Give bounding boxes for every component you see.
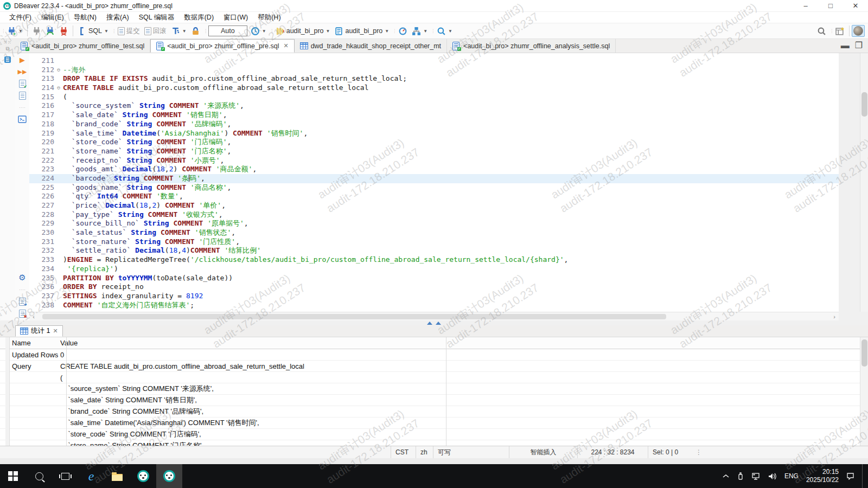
usb-device-icon[interactable]: [737, 472, 744, 480]
code-line-235[interactable]: 235PARTITION BY toYYYYMM(toDate(sale_dat…: [29, 274, 839, 283]
disconnect-button[interactable]: [57, 24, 71, 37]
code-line-221[interactable]: 221 `store_name` String COMMENT '门店名称',: [29, 147, 839, 156]
fold-marker-icon[interactable]: ⊖: [54, 84, 63, 93]
code-line-237[interactable]: 237SETTINGS index_granularity = 8192: [29, 292, 839, 301]
volume-icon[interactable]: [768, 473, 777, 480]
menu-item-7[interactable]: 帮助(H): [253, 12, 285, 23]
transaction-mode-button[interactable]: ▼: [169, 24, 189, 37]
editor-vscroll-thumb[interactable]: [861, 92, 867, 117]
result-row-5[interactable]: `brand_code` String COMMENT '品牌编码',: [0, 406, 860, 418]
search-button[interactable]: ▼: [435, 24, 455, 37]
minimize-panel-button[interactable]: ▬: [841, 41, 850, 50]
code-line-217[interactable]: 217 `sale_date` String COMMENT '销售日期',: [29, 111, 839, 120]
history-button[interactable]: ▼: [248, 24, 269, 37]
editor-vertical-scrollbar[interactable]: [860, 53, 868, 312]
code-line-227[interactable]: 227 `price` Decimal(18,2) COMMENT '单价',: [29, 201, 839, 210]
auto-commit-combo[interactable]: Auto: [208, 25, 247, 36]
menu-item-0[interactable]: 文件(F): [4, 12, 36, 23]
editor-horizontal-scrollbar[interactable]: ‹ ›: [29, 312, 839, 320]
code-line-234[interactable]: 234 '{replica}'): [29, 265, 839, 274]
code-line-228[interactable]: 228 `pay_type` String COMMENT '收银方式',: [29, 210, 839, 220]
code-line-231[interactable]: 231 `store_nature` String COMMENT '门店性质'…: [29, 237, 839, 247]
clear-file-button[interactable]: ✖: [16, 308, 28, 319]
dbeaver-taskbar-button-active[interactable]: [156, 464, 182, 488]
reconnect-button[interactable]: [43, 24, 57, 37]
quick-search-button[interactable]: [815, 24, 828, 37]
result-row-0[interactable]: Updated Rows0: [0, 349, 860, 361]
code-line-219[interactable]: 219 `sale_time` Datetime('Asia/Shanghai'…: [29, 129, 839, 138]
code-line-225[interactable]: 225 `goods_name` String COMMENT '商品名称',: [29, 183, 839, 192]
script-file-icon[interactable]: [16, 90, 28, 101]
taskbar-clock[interactable]: 20:15 2025/10/22: [806, 468, 839, 484]
input-language[interactable]: ENG: [784, 472, 799, 480]
close-tab-icon[interactable]: ✕: [53, 328, 58, 335]
lock-button[interactable]: [189, 24, 202, 37]
network-button[interactable]: ▼: [410, 24, 430, 37]
editor-tab-1[interactable]: ✔<audit_bi_pro> zhumr_offline_pre.sql✕: [150, 39, 294, 53]
sql-file-icon[interactable]: ✔: [16, 78, 28, 89]
editor-tab-3[interactable]: ✔<audit_bi_pro> zhumr_offline_analysis_s…: [447, 39, 616, 53]
results-vscroll-thumb[interactable]: [861, 339, 867, 367]
internet-explorer-button[interactable]: e: [78, 464, 104, 488]
scroll-left-arrow[interactable]: ‹: [29, 313, 38, 320]
code-line-223[interactable]: 223 `goods_amt` Decimal(18,2) COMMENT '商…: [29, 165, 839, 174]
settings-gear-icon[interactable]: ⚙: [16, 272, 28, 283]
code-line-229[interactable]: 229 `source_bill_no` String COMMENT '原单据…: [29, 219, 839, 228]
show-desktop-button[interactable]: [862, 464, 865, 488]
code-line-224[interactable]: 224 `barcode` String COMMENT '条码',: [29, 174, 839, 183]
code-line-222[interactable]: 222 `receipt_no` String COMMENT '小票号',: [29, 156, 839, 165]
code-line-226[interactable]: 226 `qty` Int64 COMMENT '数量',: [29, 192, 839, 201]
code-line-216[interactable]: 216 `source_system` String COMMENT '来源系统…: [29, 101, 839, 111]
execute-statement-button[interactable]: ▶: [16, 54, 28, 65]
code-line-215[interactable]: 215(: [29, 93, 839, 102]
code-line-213[interactable]: 213DROP TABLE IF EXISTS audit_bi_pro.cus…: [29, 74, 839, 84]
menu-item-5[interactable]: 数据库(D): [179, 12, 219, 23]
menu-item-6[interactable]: 窗口(W): [219, 12, 253, 23]
connection-selector[interactable]: audit_bi_pro ▼: [273, 24, 333, 37]
taskbar-search-button[interactable]: [26, 464, 52, 488]
code-line-212[interactable]: 212⊖--海外: [29, 66, 839, 75]
rollback-button[interactable]: 回滚: [142, 24, 169, 37]
code-line-211[interactable]: 211: [29, 56, 839, 66]
dbeaver-taskbar-button[interactable]: [130, 464, 156, 488]
sql-editor[interactable]: 211212⊖--海外213DROP TABLE IF EXISTS audit…: [29, 53, 839, 312]
task-view-button[interactable]: [52, 464, 78, 488]
results-vertical-scrollbar[interactable]: [860, 337, 868, 446]
value-column-header[interactable]: Value: [56, 339, 78, 347]
result-row-3[interactable]: `source_system` String COMMENT '来源系统',: [0, 383, 860, 395]
code-line-238[interactable]: 238COMMENT '自定义海外门店销售结算表';: [29, 301, 839, 310]
export-result-button[interactable]: ➜: [16, 296, 28, 307]
menu-item-1[interactable]: 编辑(E): [36, 12, 69, 23]
editor-hscroll-thumb[interactable]: [42, 314, 666, 319]
open-perspective-button[interactable]: [833, 24, 847, 37]
status-overflow-icon[interactable]: ⋮: [692, 448, 705, 456]
code-line-233[interactable]: 233)ENGINE = ReplicatedMergeTree('/click…: [29, 255, 839, 265]
result-row-7[interactable]: `store_code` String COMMENT '门店编码',: [0, 429, 860, 440]
close-tab-icon[interactable]: ✕: [283, 42, 288, 49]
maximize-panel-button[interactable]: ❐: [855, 40, 863, 50]
scroll-right-arrow[interactable]: ›: [830, 313, 839, 320]
result-row-4[interactable]: `sale_date` String COMMENT '销售日期',: [0, 395, 860, 406]
connect-button[interactable]: [30, 24, 43, 37]
code-line-232[interactable]: 232 `settle_ratio` Decimal(18,4)COMMENT …: [29, 246, 839, 255]
code-line-220[interactable]: 220 `store_code` String COMMENT '门店编码',: [29, 138, 839, 147]
result-row-6[interactable]: `sale_time` Datetime('Asia/Shanghai') CO…: [0, 418, 860, 429]
open-console-button[interactable]: [16, 114, 28, 125]
code-line-230[interactable]: 230 `sale_status` String COMMENT '销售状态',: [29, 228, 839, 237]
result-row-8[interactable]: `store_name` String COMMENT '门店名称',: [0, 440, 860, 446]
restore-panel-icon[interactable]: ⧉: [5, 46, 9, 52]
action-center-icon[interactable]: [846, 472, 854, 480]
result-row-1[interactable]: QueryCREATE TABLE audit_bi_pro.custom_of…: [0, 361, 860, 372]
menu-item-3[interactable]: 搜索(A): [101, 12, 134, 23]
fold-marker-icon[interactable]: ⊖: [54, 66, 63, 75]
dashboard-button[interactable]: [396, 24, 410, 37]
sql-editor-button[interactable]: SQL ▼: [75, 24, 111, 37]
code-line-236[interactable]: 236ORDER BY receipt_no: [29, 282, 839, 292]
dbeaver-perspective-button[interactable]: [852, 25, 865, 37]
editor-tab-0[interactable]: ✔<audit_bi_pro> zhumr_offline_test.sql: [15, 39, 150, 53]
new-connection-button[interactable]: + ▼: [5, 24, 25, 37]
start-button[interactable]: [0, 464, 26, 488]
commit-button[interactable]: 提交: [116, 24, 142, 37]
database-navigator-icon[interactable]: [2, 54, 14, 65]
panel-splitter[interactable]: [0, 320, 868, 325]
